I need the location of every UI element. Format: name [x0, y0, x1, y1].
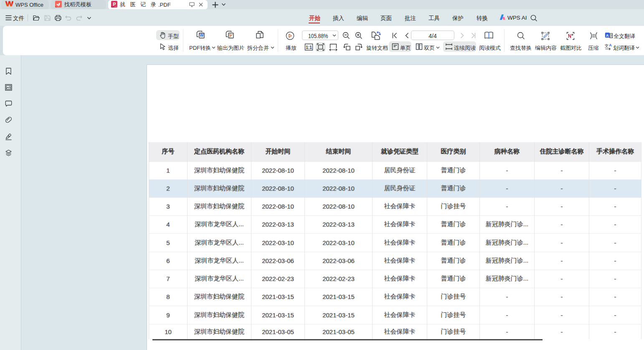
svg-text:文: 文: [609, 34, 613, 38]
svg-text:A: A: [609, 43, 612, 47]
svg-text:A: A: [606, 33, 609, 38]
svg-text:W: W: [5, 1, 13, 6]
svg-text:P: P: [113, 2, 116, 7]
svg-text:1:1: 1:1: [306, 45, 312, 50]
svg-text:W: W: [200, 33, 204, 38]
